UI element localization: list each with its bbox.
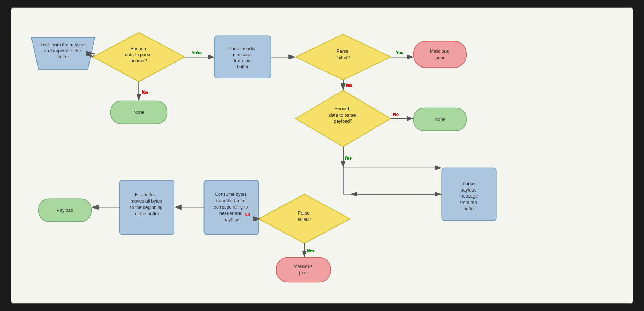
malicious-peer-2-node [276,258,331,282]
none-1-label: None [133,110,144,115]
yes-label-3: Yes [344,156,352,161]
yes-label-1: Yes [195,50,203,55]
yes-label-4: Yes [307,248,315,253]
none-2-label: None [435,117,445,122]
diagram-container: Read from the network and append to the … [11,7,633,304]
payload-label: Payload [57,207,73,213]
yes-label-2: Yes [396,50,403,55]
no-label-1: No [142,90,148,95]
arrow-enough-payload-yes-2 [343,147,441,168]
no-label-2: No [347,83,352,88]
malicious-peer-1-node [414,41,466,68]
no-label-3: No [393,112,399,117]
